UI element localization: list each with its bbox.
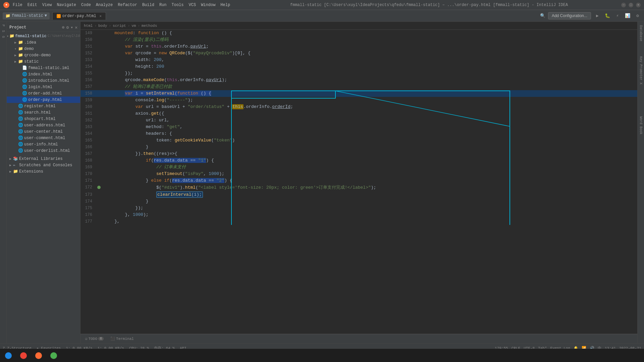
menu-help[interactable]: Help [220,3,230,7]
editor-area[interactable]: html › body › script › vm › methods 149 … [80,22,637,343]
code-line-170[interactable]: 170 setTimeout("isPay", 1000); [80,171,637,177]
code-line-160[interactable]: 160 var url = baseUrl + "order/status" +… [80,104,637,110]
word-book-button[interactable]: Word Book [638,115,643,136]
tree-item-user-address[interactable]: 🌐 user-address.html [7,122,80,128]
menu-code[interactable]: Code [81,3,91,7]
line-content[interactable]: }, 1000); [102,212,637,218]
tree-item-extensions[interactable]: ▶ 📁 Extensions [7,168,80,175]
line-content[interactable]: if(res.data.data == "1") { [102,157,637,164]
line-content[interactable]: var str = this.orderInfo.payUrl; [102,43,637,50]
code-line-150[interactable]: 150 // 渲染(显示)二维码 [80,37,637,43]
sync-icon[interactable]: ⊕ [62,25,65,30]
line-content[interactable]: headers: { [102,130,637,137]
code-line-153[interactable]: 153 width: 200, [80,57,637,63]
code-line-154[interactable]: 154 height: 200 [80,63,637,70]
line-content[interactable]: qrcode.makeCode(this.orderInfo.payUrl); [102,77,637,83]
line-content[interactable]: token: getCookieValue("token") [102,137,637,144]
tree-item-qrcode-demo[interactable]: ▶ 📁 qrcode-demo [7,52,80,58]
line-content[interactable]: width: 200, [102,57,637,63]
code-line-164[interactable]: 164 headers: { [80,130,637,137]
code-line-174[interactable]: 174 } [80,198,637,205]
code-line-156[interactable]: 156 qrcode.makeCode(this.orderInfo.payUr… [80,77,637,83]
tree-item-index[interactable]: 🌐 index.html [7,71,80,77]
line-content[interactable]: axios.get({ [102,110,637,117]
code-line-168[interactable]: 168 if(res.data.data == "1") { [80,157,637,164]
line-content[interactable]: } else if(res.data.data == "2") { [102,177,637,184]
menu-file[interactable]: File [13,3,22,7]
line-content[interactable]: // 订单未支付 [102,164,637,171]
line-content[interactable]: method: "get", [102,124,637,130]
line-content[interactable]: setTimeout("isPay", 1000); [102,171,637,177]
coverage-button[interactable]: ⚡ [614,12,621,19]
todo-tab[interactable]: ☑ TODO 6 [83,336,106,342]
code-line-152[interactable]: 152 var qrcode = new QRCode($("#payQrcod… [80,50,637,57]
breadcrumb-html[interactable]: html [84,24,93,28]
code-line-177[interactable]: 177 }, [80,218,637,225]
line-content[interactable]: url: url, [102,117,637,124]
menu-tools[interactable]: Tools [172,3,184,7]
code-line-163[interactable]: 163 method: "get", [80,124,637,130]
line-content[interactable]: mounted: function () { [102,30,637,37]
tree-item-shopcart[interactable]: 🌐 shopcart.html [7,116,80,122]
code-line-162[interactable]: 162 url: url, [80,117,637,124]
project-selector[interactable]: 📁 fmmall-static ▼ [3,12,50,19]
line-content[interactable]: height: 200 [102,63,637,70]
menu-edit[interactable]: Edit [28,3,37,7]
maximize-button[interactable]: □ [629,3,633,7]
menu-analyze[interactable]: Analyze [96,3,113,7]
tree-item-search[interactable]: 🌐 search.html [7,109,80,116]
project-panel-icons[interactable]: ⊕ ⚙ ▾ ✕ [62,25,77,30]
tree-item-user-comment[interactable]: 🌐 user-comment.html [7,135,80,141]
settings-icon[interactable]: ⚙ [634,12,641,19]
menu-view[interactable]: View [42,3,52,7]
menu-build[interactable]: Build [142,3,154,7]
run-button[interactable]: ▶ [594,12,601,19]
code-line-173[interactable]: 173 clearInterval(i); [80,191,637,198]
close-button[interactable]: ✕ [636,3,641,7]
breadcrumb-methods[interactable]: methods [142,24,157,28]
tree-item-external-libs[interactable]: ▶ 📚 External Libraries [7,156,80,162]
menu-run[interactable]: Run [159,3,167,7]
code-line-161[interactable]: 161 axios.get({ [80,110,637,117]
breadcrumb-script[interactable]: script [113,24,126,28]
line-content[interactable]: console.log("------"); [102,97,637,104]
tree-item-order-pay[interactable]: 🌐 order-pay.html [7,97,80,103]
line-content[interactable]: } [102,198,637,205]
line-content[interactable]: // 轮询订单是否已付款 [102,83,637,90]
code-line-151[interactable]: 151 var str = this.orderInfo.payUrl; [80,43,637,50]
terminal-tab[interactable]: ⬛ Terminal [108,336,136,342]
line-content[interactable]: var i = setInterval(function () { [102,90,637,97]
line-content[interactable]: }).then((res)=>{ [102,150,637,157]
tree-item-order-add[interactable]: 🌐 order-add.html [7,90,80,97]
collapse-icon[interactable]: ▾ [70,25,73,30]
window-controls[interactable]: — □ ✕ [621,3,641,7]
code-line-155[interactable]: 155 }); [80,70,637,77]
line-content[interactable]: var url = baseUrl + "order/status" + thi… [102,104,637,110]
minimize-button[interactable]: — [621,3,626,7]
run-config-button[interactable]: Add Configuration... [548,12,591,19]
profiler-button[interactable]: 📊 [624,12,631,19]
project-tool-button[interactable]: P [1,23,5,27]
close-panel-icon[interactable]: ✕ [75,25,77,30]
code-line-149[interactable]: 149 mounted: function () { [80,30,637,37]
line-content[interactable]: }); [102,70,637,77]
line-content[interactable]: $("#div1").html("<label style='font-size… [102,184,637,191]
menu-bar[interactable]: File Edit View Navigate Code Analyze Ref… [13,3,230,7]
settings-icon[interactable]: ⚙ [66,25,69,30]
code-line-172[interactable]: 172 $("#div1").html("<label style='font-… [80,184,637,191]
line-content[interactable]: }, [102,218,637,225]
code-line-175[interactable]: 175 }); [80,205,637,212]
line-content[interactable]: } [102,144,637,150]
line-content[interactable]: clearInterval(i); [102,191,637,198]
search-icon[interactable]: 🔍 [540,13,545,18]
code-line-167[interactable]: 167 }).then((res)=>{ [80,150,637,157]
tree-root[interactable]: ▾ 📁 fmmall-static C:\Users\xuyl\Idea [7,33,80,39]
code-line-169[interactable]: 169 // 订单未支付 [80,164,637,171]
chrome-task-button[interactable] [17,351,30,360]
code-line-158[interactable]: 158 var i = setInterval(function () { [80,90,637,97]
git-tool-button[interactable]: G [1,35,5,39]
line-content[interactable]: // 渲染(显示)二维码 [102,37,637,43]
tree-item-user-center[interactable]: 🌐 user-center.html [7,128,80,135]
key-promoter-button[interactable]: Key Promoter X [638,55,643,86]
tree-item-scratches[interactable]: ▶ ✏ Scratches and Consoles [7,162,80,168]
